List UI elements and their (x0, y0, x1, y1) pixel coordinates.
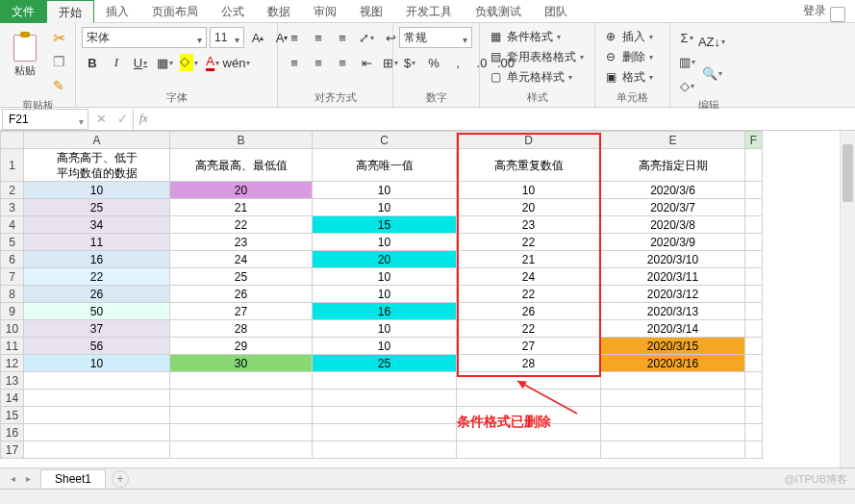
cell-A12[interactable]: 10 (24, 355, 170, 372)
cell-D11[interactable]: 27 (457, 338, 601, 355)
row-header-11[interactable]: 11 (1, 338, 24, 355)
italic-button[interactable]: I (106, 52, 127, 73)
cell-D4[interactable]: 23 (457, 216, 601, 234)
cell-F1[interactable] (745, 149, 763, 182)
align-right-icon[interactable]: ≡ (332, 52, 353, 73)
cell-C17[interactable] (313, 441, 457, 459)
cell-B15[interactable] (170, 407, 313, 424)
cell-E4[interactable]: 2020/3/8 (601, 216, 745, 234)
row-header-15[interactable]: 15 (1, 407, 24, 424)
find-select-icon[interactable]: 🔍 (701, 59, 722, 88)
cell-F5[interactable] (745, 234, 763, 251)
cell-C4[interactable]: 15 (313, 216, 457, 234)
row-header-1[interactable]: 1 (1, 149, 24, 182)
cell-C9[interactable]: 16 (313, 303, 457, 320)
cell-A7[interactable]: 22 (24, 268, 170, 286)
tab-0[interactable]: 开始 (46, 0, 94, 23)
row-header-16[interactable]: 16 (1, 424, 24, 441)
cell-B8[interactable]: 26 (170, 286, 313, 303)
cell-D3[interactable]: 20 (457, 199, 601, 216)
name-box[interactable]: F21 (2, 109, 88, 130)
cell-F13[interactable] (745, 372, 763, 390)
cell-F14[interactable] (745, 390, 763, 407)
cell-A11[interactable]: 56 (24, 338, 170, 355)
row-header-6[interactable]: 6 (1, 251, 24, 268)
cell-F4[interactable] (745, 216, 763, 234)
align-top-icon[interactable]: ≡ (284, 27, 305, 48)
border-button[interactable]: ▦ (154, 52, 175, 73)
cell-A2[interactable]: 10 (24, 182, 170, 199)
comma-icon[interactable]: , (447, 52, 468, 73)
cell-F6[interactable] (745, 251, 763, 268)
tab-7[interactable]: 开发工具 (394, 0, 464, 23)
cell-B5[interactable]: 23 (170, 234, 313, 251)
font-size-select[interactable]: 11 (210, 27, 244, 48)
cell-A15[interactable] (24, 407, 170, 424)
fx-icon[interactable]: fx (134, 112, 154, 126)
cell-D14[interactable] (457, 390, 601, 407)
cell-A4[interactable]: 34 (24, 216, 170, 234)
cell-F17[interactable] (745, 441, 763, 459)
cell-B16[interactable] (170, 424, 313, 441)
row-header-10[interactable]: 10 (1, 320, 24, 338)
cell-F3[interactable] (745, 199, 763, 216)
cell-F11[interactable] (745, 338, 763, 355)
orientation-icon[interactable]: ⤢ (356, 27, 377, 48)
format-cells-button[interactable]: ▣格式▾ (601, 67, 655, 87)
row-header-9[interactable]: 9 (1, 303, 24, 320)
cell-D9[interactable]: 26 (457, 303, 601, 320)
bold-button[interactable]: B (82, 52, 103, 73)
cell-B2[interactable]: 20 (170, 182, 313, 199)
cell-A5[interactable]: 11 (24, 234, 170, 251)
cell-F12[interactable] (745, 355, 763, 372)
col-header-F[interactable]: F (745, 132, 763, 149)
cell-D2[interactable]: 10 (457, 182, 601, 199)
autosum-icon[interactable]: Σ (676, 27, 697, 48)
cell-B10[interactable]: 28 (170, 320, 313, 338)
cell-D1[interactable]: 高亮重复数值 (457, 149, 601, 182)
cell-B11[interactable]: 29 (170, 338, 313, 355)
cell-C1[interactable]: 高亮唯一值 (313, 149, 457, 182)
align-center-icon[interactable]: ≡ (308, 52, 329, 73)
number-format-select[interactable]: 常规 (399, 27, 472, 48)
cell-C8[interactable]: 10 (313, 286, 457, 303)
cell-E12[interactable]: 2020/3/16 (601, 355, 745, 372)
cell-B9[interactable]: 27 (170, 303, 313, 320)
row-header-12[interactable]: 12 (1, 355, 24, 372)
cell-A10[interactable]: 37 (24, 320, 170, 338)
cell-A13[interactable] (24, 372, 170, 390)
cell-C6[interactable]: 20 (313, 251, 457, 268)
tab-file[interactable]: 文件 (0, 0, 46, 23)
fill-icon[interactable]: ▥ (676, 51, 697, 72)
cell-E6[interactable]: 2020/3/10 (601, 251, 745, 268)
cell-styles-button[interactable]: ▢单元格样式▾ (486, 67, 574, 87)
currency-icon[interactable]: $ (399, 52, 420, 73)
tab-4[interactable]: 数据 (256, 0, 302, 23)
cell-B7[interactable]: 25 (170, 268, 313, 286)
phonetic-button[interactable]: wén (226, 52, 247, 73)
cell-A14[interactable] (24, 390, 170, 407)
cell-D10[interactable]: 22 (457, 320, 601, 338)
cell-B14[interactable] (170, 390, 313, 407)
cell-B17[interactable] (170, 441, 313, 459)
format-painter-icon[interactable] (48, 75, 69, 96)
cell-E7[interactable]: 2020/3/11 (601, 268, 745, 286)
col-header-C[interactable]: C (313, 132, 457, 149)
tab-6[interactable]: 视图 (348, 0, 394, 23)
col-header-D[interactable]: D (457, 132, 601, 149)
cell-B1[interactable]: 高亮最高、最低值 (170, 149, 313, 182)
sort-filter-icon[interactable]: AZ↓ (701, 27, 722, 56)
cell-E16[interactable] (601, 424, 745, 441)
cell-D17[interactable] (457, 441, 601, 459)
cell-E2[interactable]: 2020/3/6 (601, 182, 745, 199)
cell-E3[interactable]: 2020/3/7 (601, 199, 745, 216)
cell-D13[interactable] (457, 372, 601, 390)
tab-9[interactable]: 团队 (533, 0, 579, 23)
copy-icon[interactable] (48, 51, 69, 72)
cell-F9[interactable] (745, 303, 763, 320)
sheet-nav[interactable]: ◂▸ (6, 473, 35, 484)
cell-E17[interactable] (601, 441, 745, 459)
cell-F8[interactable] (745, 286, 763, 303)
row-header-14[interactable]: 14 (1, 390, 24, 407)
cut-icon[interactable] (48, 27, 69, 48)
